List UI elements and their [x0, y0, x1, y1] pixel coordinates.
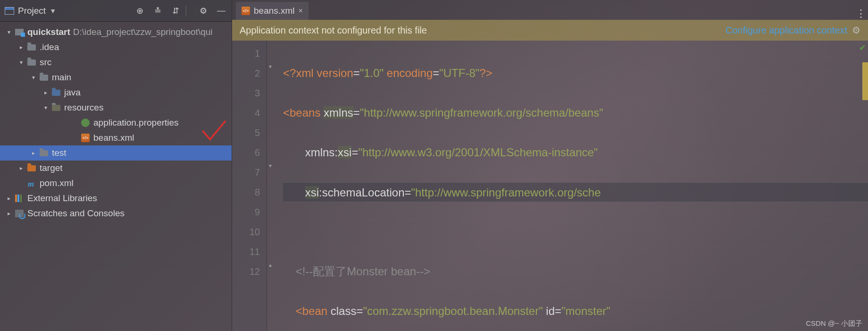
line-number: 5	[232, 123, 260, 143]
line-number: 10	[232, 222, 260, 242]
line-number: 3	[232, 83, 260, 103]
resources-folder-icon	[52, 105, 60, 111]
project-tree: ▾ quickstart D:\idea_project\zzw_springb…	[0, 22, 232, 221]
configure-context-link[interactable]: Configure application context	[726, 25, 847, 36]
tree-external-libs[interactable]: ▸ External Libraries	[0, 191, 232, 206]
chevron-right-icon[interactable]: ▸	[17, 44, 25, 51]
banner-message: Application context not configured for t…	[240, 25, 427, 36]
tree-src[interactable]: ▾ src	[0, 55, 232, 70]
minimize-icon[interactable]: —	[216, 5, 227, 17]
tree-label: .idea	[40, 42, 59, 52]
watermark: CSDN @~ 小团子	[806, 319, 862, 328]
code-text[interactable]: <?xml version="1.0" encoding="UTF-8"?> <…	[278, 41, 868, 331]
tree-test[interactable]: ▸ test	[0, 145, 232, 161]
line-number: 2	[232, 63, 260, 83]
libraries-icon	[15, 195, 24, 202]
tab-beans-xml[interactable]: beans.xml ×	[236, 2, 309, 20]
source-folder-icon	[52, 90, 60, 96]
chevron-down-icon[interactable]: ▾	[29, 74, 38, 81]
folder-icon	[40, 75, 48, 81]
tree-beans-xml[interactable]: ▸ beans.xml	[0, 130, 232, 145]
expand-icon[interactable]: ⇵	[170, 5, 181, 17]
chevron-down-icon[interactable]: ▾	[5, 29, 13, 35]
context-banner: Application context not configured for t…	[232, 20, 868, 41]
tree-label: target	[40, 163, 63, 173]
chevron-right-icon[interactable]: ▸	[17, 165, 25, 171]
tree-label: application.properties	[93, 118, 179, 128]
fold-icon[interactable]: ▴	[269, 262, 272, 268]
editor-tabs: beans.xml × ⋮	[232, 0, 868, 20]
inspection-ok-icon[interactable]: ✔	[859, 42, 866, 53]
tree-app-prop[interactable]: ▸ application.properties	[0, 115, 232, 130]
project-view-icon	[5, 7, 14, 15]
sidebar-title[interactable]: Project	[18, 6, 46, 16]
tree-resources[interactable]: ▾ resources	[0, 100, 232, 115]
chevron-down-icon[interactable]: ▼	[50, 7, 56, 15]
tree-java[interactable]: ▸ java	[0, 85, 232, 100]
tree-label: src	[40, 57, 51, 68]
folder-icon	[27, 59, 36, 66]
fold-icon[interactable]: ▾	[269, 63, 272, 70]
gear-icon[interactable]: ⚙	[852, 25, 860, 36]
more-icon[interactable]: ⋮	[854, 8, 868, 20]
xml-file-icon	[242, 7, 250, 15]
tree-idea[interactable]: ▸ .idea	[0, 40, 232, 55]
fold-icon[interactable]: ▾	[269, 162, 272, 169]
root-path: D:\idea_project\zzw_springboot\qui	[73, 27, 213, 37]
module-icon	[15, 29, 24, 35]
divider	[186, 5, 186, 17]
gear-icon[interactable]: ⚙	[198, 5, 209, 17]
chevron-down-icon[interactable]: ▾	[17, 59, 25, 66]
line-number: 11	[232, 242, 260, 262]
close-icon[interactable]: ×	[299, 7, 303, 15]
tree-label: resources	[64, 102, 103, 113]
chevron-down-icon[interactable]: ▾	[42, 104, 50, 111]
tree-label: main	[52, 72, 71, 83]
error-stripe[interactable]	[862, 62, 868, 100]
line-number: 7	[232, 162, 260, 182]
tab-label: beans.xml	[254, 6, 295, 16]
line-gutter: 1 2 3 4 5 6 7 8 9 10 11 12	[232, 41, 267, 331]
tree-label: java	[64, 87, 81, 98]
locate-icon[interactable]: ⊕	[134, 5, 145, 17]
tree-target[interactable]: ▸ target	[0, 161, 232, 176]
fold-column: ▾ ▾ ▴	[267, 41, 278, 331]
chevron-right-icon[interactable]: ▸	[5, 210, 13, 217]
root-label: quickstart	[27, 27, 70, 37]
folder-icon	[40, 150, 48, 156]
folder-icon	[27, 44, 36, 51]
properties-file-icon	[81, 119, 90, 127]
line-number: 6	[232, 143, 260, 162]
tree-label: test	[52, 148, 67, 158]
xml-file-icon	[81, 134, 90, 142]
collapse-icon[interactable]: ≛	[152, 5, 163, 17]
chevron-right-icon[interactable]: ▸	[29, 150, 38, 156]
scratches-icon	[15, 210, 24, 217]
line-number: 4	[232, 103, 260, 123]
maven-file-icon: m	[28, 179, 35, 187]
tree-pom[interactable]: ▸ m pom.xml	[0, 176, 232, 191]
tree-scratches[interactable]: ▸ Scratches and Consoles	[0, 206, 232, 221]
line-number: 8	[232, 182, 260, 202]
target-folder-icon	[27, 165, 36, 171]
line-number: 1	[232, 43, 260, 63]
editor-pane: beans.xml × ⋮ Application context not co…	[232, 0, 868, 331]
tree-label: External Libraries	[27, 193, 97, 204]
line-number: 9	[232, 202, 260, 222]
project-sidebar: Project ▼ ⊕ ≛ ⇵ ⚙ — ▾ quickstart D:\idea…	[0, 0, 232, 331]
chevron-right-icon[interactable]: ▸	[5, 195, 13, 202]
line-number: 12	[232, 262, 260, 281]
tree-main[interactable]: ▾ main	[0, 70, 232, 85]
chevron-right-icon[interactable]: ▸	[42, 89, 50, 96]
tree-label: Scratches and Consoles	[27, 208, 125, 219]
sidebar-header: Project ▼ ⊕ ≛ ⇵ ⚙ —	[0, 0, 232, 22]
tree-label: pom.xml	[40, 178, 74, 188]
tree-root[interactable]: ▾ quickstart D:\idea_project\zzw_springb…	[0, 25, 232, 40]
code-area[interactable]: 1 2 3 4 5 6 7 8 9 10 11 12 ▾ ▾ ▴ <?xml v…	[232, 41, 868, 331]
tree-label: beans.xml	[93, 133, 134, 143]
